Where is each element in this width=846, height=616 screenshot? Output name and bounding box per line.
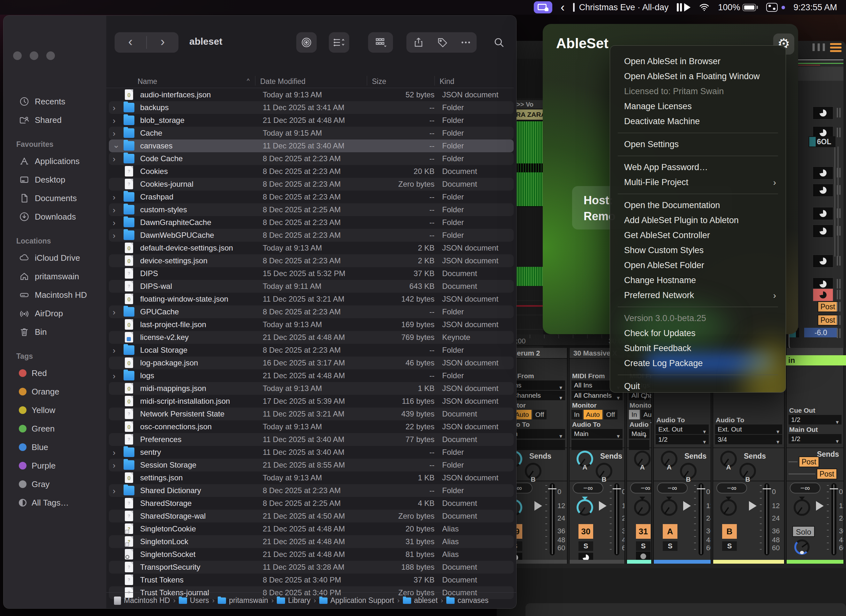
menu-item-create-log-package[interactable]: Create Log Package: [610, 356, 786, 371]
track-play-icon[interactable]: [683, 501, 691, 511]
table-row[interactable]: ›Shared Dictionary8 Dec 2025 at 2:23 AM-…: [109, 484, 514, 497]
table-row[interactable]: ›Code Cache8 Dec 2025 at 2:23 AM--Folder: [109, 152, 514, 165]
post-toggle[interactable]: Post: [817, 469, 837, 480]
pan-knob[interactable]: [577, 499, 593, 516]
disclosure-chevron-icon[interactable]: ›: [113, 371, 116, 381]
track-number[interactable]: B: [722, 524, 737, 539]
solo-button[interactable]: S: [722, 541, 737, 551]
volume-display[interactable]: −∞: [657, 483, 687, 493]
menu-item-multi-file-project[interactable]: Multi-File Project›: [610, 175, 786, 190]
breadcrumb-item[interactable]: Macintosh HD: [114, 596, 170, 605]
table-row[interactable]: {}last-project-file.jsonToday at 9:13 AM…: [109, 318, 514, 331]
table-row[interactable]: ›backups11 Dec 2025 at 3:41 AM--Folder: [109, 101, 514, 114]
control-center-icon[interactable]: [766, 3, 778, 12]
minimize-button[interactable]: [30, 51, 38, 60]
table-row[interactable]: ?Preferences11 Dec 2025 at 3:40 AM77 byt…: [109, 433, 514, 446]
sidebar-tag-blue[interactable]: Blue: [3, 438, 106, 456]
group-view-button[interactable]: [368, 32, 393, 53]
clip-audio-waveform-2[interactable]: [516, 267, 543, 286]
zoom-button[interactable]: [46, 51, 55, 60]
table-row[interactable]: ?DIPS15 Dec 2025 at 5:32 PM37 KBDocument: [109, 267, 514, 280]
io-dropdown[interactable]: 1/2▼: [789, 415, 842, 424]
table-row[interactable]: ›DawnWebGPUCache8 Dec 2025 at 2:23 AM--F…: [109, 229, 514, 242]
tag-icon[interactable]: [437, 37, 448, 48]
table-row[interactable]: {}osc-connections.jsonToday at 9:13 AM22…: [109, 420, 514, 433]
io-dropdown[interactable]: Ext. Out▼: [715, 424, 782, 434]
table-row[interactable]: {}device-settings.json8 Dec 2025 at 2:23…: [109, 254, 514, 267]
table-row[interactable]: ?Cookies8 Dec 2025 at 2:23 AM20 KBDocume…: [109, 165, 514, 178]
close-button[interactable]: [13, 51, 22, 60]
table-row[interactable]: {}default-device-settings.jsonToday at 9…: [109, 242, 514, 254]
io-dropdown[interactable]: Main▼: [571, 429, 623, 439]
sidebar-item-documents[interactable]: Documents: [3, 189, 106, 207]
breadcrumb-item[interactable]: Application Support: [319, 596, 394, 605]
table-row[interactable]: ?Network Persistent State11 Dec 2025 at …: [109, 408, 514, 420]
sidebar-item-icloud-drive[interactable]: iCloud Drive: [3, 249, 106, 267]
disclosure-chevron-icon[interactable]: ›: [113, 346, 116, 356]
table-row[interactable]: {}floating-window-state.json11 Dec 2025 …: [109, 293, 514, 305]
track-header[interactable]: >> Vo: [516, 100, 543, 109]
io-dropdown[interactable]: Main▼: [629, 429, 649, 439]
track-number[interactable]: 31: [636, 524, 651, 539]
table-row[interactable]: SingletonSocket21 Dec 2025 at 4:48 AM81 …: [109, 548, 514, 561]
table-row[interactable]: ?SingletonCookie21 Dec 2025 at 4:48 AM20…: [109, 522, 514, 535]
solo-button[interactable]: S: [579, 541, 593, 551]
device-activator-icon[interactable]: [812, 166, 834, 180]
fader-track[interactable]: [764, 483, 770, 555]
table-row[interactable]: ›Crashpad8 Dec 2025 at 2:23 AM--Folder: [109, 191, 514, 203]
table-row[interactable]: ?TransportSecurity11 Dec 2025 at 3:28 AM…: [109, 561, 514, 573]
io-dropdown[interactable]: 3/4▼: [715, 435, 782, 444]
airdrop-button[interactable]: [296, 32, 317, 53]
table-row[interactable]: ?SharedStorage8 Dec 2025 at 2:25 AM4 KBD…: [109, 497, 514, 510]
sidebar-item-recents[interactable]: Recents: [3, 92, 106, 111]
fader-track[interactable]: [550, 483, 555, 555]
monitor-option[interactable]: Off: [533, 410, 547, 419]
back-icon[interactable]: ‹: [115, 32, 146, 53]
search-button[interactable]: [489, 32, 509, 53]
screen-sharing-icon[interactable]: [534, 1, 552, 13]
playback-icon[interactable]: [677, 3, 690, 12]
pan-knob[interactable]: [661, 499, 677, 516]
table-row[interactable]: {}midi-script-installation.json17 Dec 20…: [109, 395, 514, 408]
menu-item-submit-feedback[interactable]: Submit Feedback: [610, 341, 786, 356]
table-row[interactable]: ?SingletonLock21 Dec 2025 at 4:48 AM31 b…: [109, 535, 514, 548]
volume-display[interactable]: −∞: [717, 483, 747, 493]
device-activator-icon[interactable]: [812, 106, 834, 120]
io-dropdown[interactable]: 1/2▼: [656, 435, 709, 444]
menu-item-open-ableset-in-browser[interactable]: Open AbleSet in Browser: [610, 54, 786, 69]
menu-item-open-ableset-in-a-floating-window[interactable]: Open AbleSet in a Floating Window: [610, 69, 786, 84]
sidebar-item-airdrop[interactable]: AirDrop: [3, 304, 106, 323]
sidebar-item-pritamswain[interactable]: pritamswain: [3, 267, 106, 286]
more-icon[interactable]: [460, 37, 471, 48]
send-knob-b[interactable]: B: [680, 463, 696, 480]
monitor-option[interactable]: Auto: [583, 410, 602, 419]
sidebar-tag-yellow[interactable]: Yellow: [3, 401, 106, 419]
disclosure-chevron-icon[interactable]: ›: [113, 192, 116, 202]
device-activator-icon[interactable]: [812, 207, 834, 220]
clip-yellow[interactable]: RA ZARA: [516, 110, 543, 120]
share-icon[interactable]: [413, 37, 424, 48]
disclosure-chevron-icon[interactable]: ›: [113, 486, 116, 496]
table-row[interactable]: ›sentry11 Dec 2025 at 3:40 AM--Folder: [109, 446, 514, 459]
table-row[interactable]: {}midi-mappings.jsonToday at 9:13 AM1 KB…: [109, 382, 514, 395]
sidebar-item-shared[interactable]: Shared: [3, 111, 106, 129]
breadcrumb-item[interactable]: canvases: [446, 596, 488, 605]
wifi-icon[interactable]: [699, 3, 710, 12]
sidebar-tag-orange[interactable]: Orange: [3, 382, 106, 401]
solo-button[interactable]: Solo: [792, 526, 815, 537]
sidebar-tag-red[interactable]: Red: [3, 364, 106, 382]
disclosure-chevron-icon[interactable]: ›: [113, 103, 116, 113]
view-columns-icon[interactable]: [812, 43, 825, 51]
pan-knob[interactable]: [634, 499, 651, 516]
send-knob-b[interactable]: B: [739, 463, 756, 480]
breadcrumb-item[interactable]: ableset: [403, 596, 438, 605]
sidebar-item-downloads[interactable]: Downloads: [3, 207, 106, 226]
fader-track[interactable]: [831, 483, 836, 555]
sidebar-item-bin[interactable]: Bin: [3, 323, 106, 341]
menu-item-open-settings[interactable]: Open Settings: [610, 137, 786, 152]
clip-in[interactable]: in: [786, 355, 846, 365]
post-toggle[interactable]: Post: [818, 315, 838, 326]
menu-item-web-app-password[interactable]: Web App Password…: [610, 160, 786, 175]
monitor-option[interactable]: In: [629, 410, 640, 419]
disclosure-chevron-icon[interactable]: ›: [113, 461, 116, 471]
